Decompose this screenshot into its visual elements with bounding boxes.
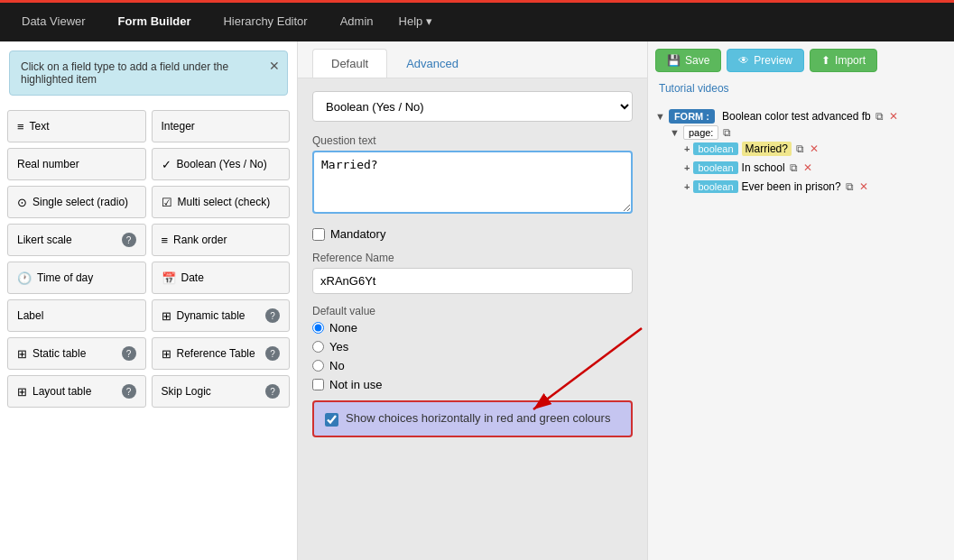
question-text-label: Question text [312, 134, 633, 147]
navbar: Data Viewer Form Builder Hierarchy Edito… [0, 0, 954, 41]
field-type-integer[interactable]: Integer [152, 110, 291, 142]
nav-admin[interactable]: Admin [333, 11, 381, 32]
radio-no-input[interactable] [312, 360, 324, 372]
nav-form-builder[interactable]: Form Builder [111, 11, 199, 32]
save-button[interactable]: 💾 Save [655, 49, 721, 72]
mandatory-checkbox[interactable] [312, 228, 325, 241]
accent-bar [0, 0, 954, 3]
field-type-grid: ≡ Text Integer Real number ✓ Boolean (Ye… [0, 105, 297, 413]
dynamic-table-help-icon[interactable]: ? [265, 308, 280, 323]
tree-page-collapse[interactable]: ▼ [670, 127, 680, 138]
nav-data-viewer[interactable]: Data Viewer [14, 11, 93, 32]
field-type-integer-label: Integer [162, 120, 195, 133]
field-type-reference-table[interactable]: ⊞ Reference Table ? [152, 337, 291, 370]
dynamic-table-icon: ⊞ [162, 309, 171, 323]
radio-none-label: None [329, 321, 357, 335]
form-copy-button[interactable]: ⧉ [875, 109, 885, 124]
tree-field-in-prison: + boolean Ever been in prison? ⧉ ✕ [684, 179, 947, 195]
field-type-text[interactable]: ≡ Text [7, 110, 146, 142]
center-scroll: Boolean (Yes / No) Question text Married… [298, 78, 647, 560]
boolean-type-label-3: boolean [693, 180, 737, 193]
field-in-prison-expand[interactable]: + [684, 181, 690, 192]
nav-hierarchy-editor[interactable]: Hierarchy Editor [216, 11, 314, 32]
tab-bar: Default Advanced [298, 41, 647, 78]
radio-none-input[interactable] [312, 322, 324, 334]
reference-table-icon: ⊞ [162, 347, 171, 361]
field-name-in-prison: Ever been in prison? [742, 180, 841, 193]
field-type-skip-logic-label: Skip Logic [162, 385, 211, 398]
field-type-skip-logic[interactable]: Skip Logic ? [152, 375, 291, 408]
question-text-input[interactable]: Married? [312, 151, 633, 214]
not-in-use-checkbox[interactable] [312, 379, 324, 390]
field-type-boolean[interactable]: ✓ Boolean (Yes / No) [152, 148, 291, 180]
field-in-prison-remove[interactable]: ✕ [858, 179, 869, 194]
reference-name-input[interactable]: xRAnG6Yt [312, 268, 633, 294]
static-table-help-icon[interactable]: ? [122, 346, 136, 361]
show-choices-checkbox[interactable] [325, 413, 338, 427]
boolean-type-label-1: boolean [693, 142, 737, 155]
field-type-multi-select[interactable]: ☑ Multi select (check) [152, 186, 291, 218]
mandatory-row: Mandatory [312, 227, 633, 241]
field-type-select[interactable]: Boolean (Yes / No) [312, 91, 633, 122]
field-type-dynamic-table-label: Dynamic table [177, 309, 245, 322]
field-type-layout-table[interactable]: ⊞ Layout table ? [7, 375, 146, 408]
static-table-icon: ⊞ [17, 347, 27, 361]
field-married-remove[interactable]: ✕ [809, 142, 820, 156]
field-in-school-copy[interactable]: ⧉ [789, 161, 799, 175]
save-label: Save [685, 54, 709, 67]
field-type-likert-label: Likert scale [17, 234, 72, 246]
field-type-rank-order[interactable]: ≡ Rank order [152, 224, 291, 256]
right-panel: 💾 Save 👁 Preview ⬆ Import Tutorial video… [647, 41, 954, 560]
field-type-real-number[interactable]: Real number [7, 148, 146, 180]
field-type-static-table-label: Static table [32, 347, 86, 360]
field-in-school-expand[interactable]: + [684, 162, 690, 173]
field-type-text-label: Text [30, 120, 50, 133]
tree-fields: + boolean Married? ⧉ ✕ + boolean In scho… [670, 141, 947, 195]
field-in-school-remove[interactable]: ✕ [802, 161, 813, 175]
likert-help-icon[interactable]: ? [122, 233, 136, 247]
tutorial-button[interactable]: Tutorial videos [655, 78, 733, 99]
field-type-dynamic-table[interactable]: ⊞ Dynamic table ? [152, 299, 291, 332]
reference-name-section: Reference Name xRAnG6Yt [312, 252, 633, 294]
field-married-copy[interactable]: ⧉ [795, 142, 805, 156]
field-in-prison-copy[interactable]: ⧉ [845, 179, 855, 194]
field-name-married: Married? [742, 142, 792, 156]
page-copy-button[interactable]: ⧉ [722, 125, 732, 140]
field-type-label-label: Label [17, 309, 43, 322]
field-type-static-table[interactable]: ⊞ Static table ? [7, 337, 146, 370]
floppy-icon: 💾 [667, 54, 681, 67]
show-choices-container: Show choices horizontally in red and gre… [312, 400, 633, 437]
tab-advanced[interactable]: Advanced [387, 49, 477, 78]
field-married-expand[interactable]: + [684, 143, 690, 154]
form-remove-button[interactable]: ✕ [888, 109, 899, 124]
tip-close-button[interactable]: ✕ [269, 59, 280, 73]
radio-yes-input[interactable] [312, 341, 324, 353]
reference-name-label: Reference Name [312, 252, 633, 264]
field-type-date[interactable]: 📅 Date [152, 262, 291, 294]
tree-root-collapse[interactable]: ▼ [655, 111, 665, 122]
rank-icon: ≡ [162, 234, 169, 247]
skip-logic-help-icon[interactable]: ? [265, 384, 280, 399]
field-type-multi-select-label: Multi select (check) [178, 196, 271, 208]
main-layout: Click on a field type to add a field und… [0, 41, 954, 560]
field-type-likert[interactable]: Likert scale ? [7, 224, 146, 256]
tab-default[interactable]: Default [312, 49, 387, 78]
tree-field-in-school: + boolean In school ⧉ ✕ [684, 160, 947, 176]
radio-yes: Yes [312, 340, 633, 353]
reference-table-help-icon[interactable]: ? [265, 346, 280, 361]
field-type-time-of-day[interactable]: 🕐 Time of day [7, 262, 146, 294]
tip-box: Click on a field type to add a field und… [9, 50, 288, 96]
import-button[interactable]: ⬆ Import [810, 49, 877, 72]
preview-button[interactable]: 👁 Preview [727, 49, 804, 72]
page-type-label: page: [683, 125, 719, 140]
calendar-icon: 📅 [162, 271, 176, 285]
nav-help[interactable]: Help ▾ [399, 14, 432, 28]
field-type-label[interactable]: Label [7, 299, 146, 332]
layout-table-help-icon[interactable]: ? [122, 384, 136, 399]
tip-text: Click on a field type to add a field und… [21, 60, 228, 86]
mandatory-label: Mandatory [330, 227, 385, 241]
question-text-section: Question text Married? [312, 134, 633, 216]
show-choices-box: Show choices horizontally in red and gre… [312, 400, 633, 437]
text-icon: ≡ [17, 120, 24, 133]
field-type-single-select[interactable]: ⊙ Single select (radio) [7, 186, 146, 218]
